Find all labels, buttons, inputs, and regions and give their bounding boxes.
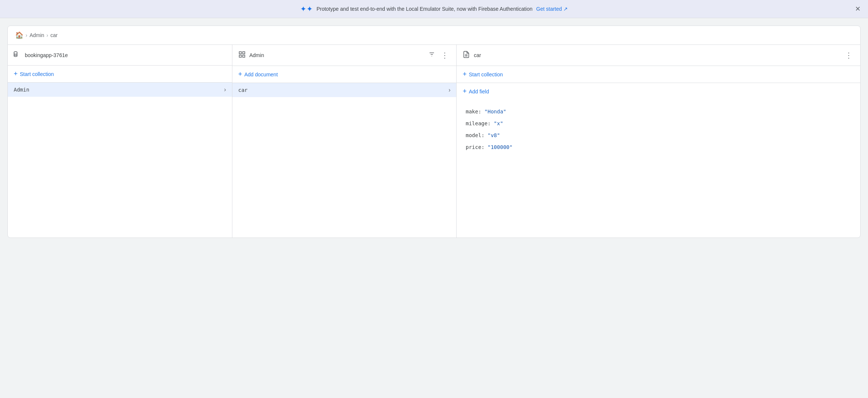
plus-icon-4: + — [463, 87, 467, 95]
project-panel-header: bookingapp-3761e — [8, 45, 232, 66]
document-panel-title-group: car — [463, 51, 481, 60]
fields-container: make: "Honda" mileage: "x" model: "v8" p… — [457, 100, 860, 159]
field-model: model: "v8" — [466, 129, 851, 141]
vertical-dots-icon: ⋮ — [441, 51, 449, 60]
plus-icon-2: + — [238, 70, 242, 78]
document-panel-title: car — [474, 52, 481, 58]
collection-panel-actions: ⋮ — [427, 49, 450, 61]
close-icon: ✕ — [855, 5, 861, 13]
main-content: 🏠 › Admin › car — [0, 18, 868, 245]
collection-more-button[interactable]: ⋮ — [440, 49, 450, 61]
svg-rect-2 — [239, 55, 241, 57]
plus-icon-3: + — [463, 70, 467, 78]
add-field-button[interactable]: + Add field — [457, 83, 860, 100]
collection-panel-title: Admin — [249, 52, 264, 58]
chevron-right-icon: › — [224, 86, 226, 93]
svg-rect-3 — [242, 55, 245, 57]
document-panel-actions: ⋮ — [844, 49, 854, 61]
filter-button[interactable] — [427, 50, 437, 61]
breadcrumb-item-car[interactable]: car — [50, 32, 57, 38]
car-list-item[interactable]: car › — [232, 83, 457, 97]
plus-icon-1: + — [14, 70, 18, 78]
home-icon[interactable]: 🏠 — [15, 31, 23, 39]
get-started-link[interactable]: Get started ↗ — [536, 6, 568, 12]
svg-rect-0 — [239, 52, 241, 54]
banner-text: Prototype and test end-to-end with the L… — [317, 6, 533, 12]
car-chevron-icon: › — [448, 87, 450, 93]
collection-panel-header: Admin — [232, 45, 457, 66]
start-collection-button-2[interactable]: + Start collection — [457, 66, 860, 83]
admin-item-label: Admin — [14, 87, 29, 93]
car-item-label: car — [238, 87, 248, 93]
field-price: price: "100000" — [466, 141, 851, 153]
firestore-panel: 🏠 › Admin › car — [7, 26, 861, 238]
sparkle-icon: ✦✦ — [300, 4, 313, 13]
panels-container: bookingapp-3761e + Start collection Admi… — [8, 45, 860, 238]
filter-icon — [428, 51, 435, 60]
document-more-button[interactable]: ⋮ — [844, 49, 854, 61]
start-collection-button-1[interactable]: + Start collection — [8, 66, 232, 83]
banner-close-button[interactable]: ✕ — [855, 5, 861, 13]
promotion-banner: ✦✦ Prototype and test end-to-end with th… — [0, 0, 868, 18]
collection-panel-title-group: Admin — [238, 51, 264, 60]
project-panel-title-group: bookingapp-3761e — [14, 50, 68, 60]
admin-list-item[interactable]: Admin › — [8, 83, 232, 97]
field-make: make: "Honda" — [466, 106, 851, 117]
database-icon — [14, 50, 21, 60]
add-document-button[interactable]: + Add document — [232, 66, 457, 83]
breadcrumb-item-admin[interactable]: Admin — [30, 32, 44, 38]
document-panel-header: car ⋮ — [457, 45, 860, 66]
svg-rect-1 — [242, 52, 245, 54]
breadcrumb-sep-2: › — [46, 32, 48, 38]
project-panel-title: bookingapp-3761e — [25, 52, 68, 58]
breadcrumb: 🏠 › Admin › car — [8, 26, 860, 45]
collection-panel: Admin — [232, 45, 457, 238]
project-panel: bookingapp-3761e + Start collection Admi… — [8, 45, 232, 238]
external-link-icon: ↗ — [563, 6, 568, 12]
document-vertical-dots-icon: ⋮ — [845, 51, 853, 60]
field-mileage: mileage: "x" — [466, 117, 851, 129]
breadcrumb-sep-1: › — [26, 32, 27, 38]
document-panel: car ⋮ + Start collection + Add field — [457, 45, 860, 238]
collection-icon — [238, 51, 246, 60]
document-icon — [463, 51, 470, 60]
